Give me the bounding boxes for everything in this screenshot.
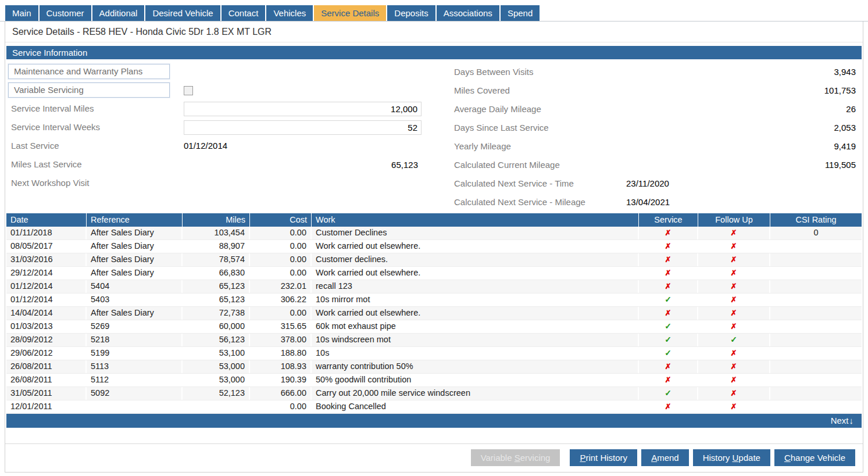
cell-reference: After Sales Diary (87, 267, 183, 280)
check-icon: ✓ (665, 348, 671, 357)
arrow-down-icon: ↓ (849, 414, 854, 428)
cross-icon: ✗ (731, 255, 737, 264)
cell-cost: 108.93 (250, 360, 312, 373)
table-row[interactable]: 01/03/2013526960,000315.6560k mot exhaus… (6, 320, 862, 334)
calculated-current-mileage-row: Calculated Current Mileage119,505 (454, 155, 856, 174)
tab-main[interactable]: Main (5, 5, 38, 21)
miles-last-service-row: Miles Last Service 65,123 (8, 155, 431, 174)
next-workshop-visit-label: Next Workshop Visit (8, 178, 90, 188)
calculated-current-mileage-value: 119,505 (626, 160, 856, 170)
cell-csi-rating (770, 320, 862, 333)
table-row[interactable]: 08/05/2017After Sales Diary88,9070.00Wor… (6, 240, 862, 253)
change-vehicle-button[interactable]: Change Vehicle (774, 449, 855, 466)
service-interval-miles-input[interactable] (184, 102, 422, 116)
cross-icon: ✗ (665, 309, 671, 317)
table-row[interactable]: 29/06/2012519953,100188.8010s✓✗ (6, 347, 862, 360)
cell-work: 50% goodwill contribution (312, 374, 639, 386)
cross-icon: ✗ (731, 322, 737, 331)
cell-follow-up: ✗ (698, 253, 770, 266)
cell-csi-rating (770, 253, 862, 266)
maintenance-plans-row: Maintenance and Warranty Plans (8, 62, 431, 81)
history-update-button[interactable]: History Update (693, 449, 770, 466)
cell-reference: After Sales Diary (87, 253, 183, 266)
cross-icon: ✗ (731, 402, 737, 411)
variable-servicing-row: Variable Servicing (8, 81, 431, 99)
table-row[interactable]: 26/08/2011511353,000108.93warranty contr… (6, 360, 862, 374)
table-row[interactable]: 31/03/2016After Sales Diary78,5740.00Cus… (6, 253, 862, 267)
cell-work: warranty contribution 50% (312, 360, 639, 373)
column-header-reference[interactable]: Reference (87, 213, 183, 227)
days-since-last-service-row: Days Since Last Service2,053 (454, 118, 856, 137)
page-title: Service Details - RE58 HEV - Honda Civic… (5, 22, 863, 42)
column-header-csi-rating[interactable]: CSI Rating (770, 213, 862, 227)
cell-csi-rating (770, 334, 862, 346)
cell-date: 26/08/2011 (6, 360, 87, 373)
tab-contact[interactable]: Contact (222, 5, 266, 21)
cell-miles: 53,000 (183, 360, 250, 373)
table-row[interactable]: 01/12/2014540365,123306.2210s mirror mot… (6, 294, 862, 307)
variable-servicing-button[interactable]: Variable Servicing (8, 83, 170, 98)
check-icon: ✓ (730, 335, 737, 344)
next-page-button[interactable]: Next ↓ (6, 414, 862, 428)
table-row[interactable]: 28/09/2012521856,123378.0010s windscreen… (6, 334, 862, 347)
table-row[interactable]: 29/12/2014After Sales Diary66,8300.00Wor… (6, 267, 862, 280)
cell-cost: 232.01 (250, 280, 312, 293)
table-row[interactable]: 01/11/2018After Sales Diary103,4540.00Cu… (6, 227, 862, 240)
cell-follow-up: ✗ (698, 320, 770, 333)
cell-service: ✓ (639, 347, 698, 360)
tab-spend[interactable]: Spend (501, 5, 540, 21)
cell-work: Carry out 20,000 mile service windscreen (312, 387, 639, 400)
table-row[interactable]: 01/12/2014540465,123232.01recall 123✗✗ (6, 280, 862, 294)
column-header-follow-up[interactable]: Follow Up (698, 213, 770, 227)
cell-work: 10s (312, 347, 639, 360)
cell-cost: 666.00 (250, 387, 312, 400)
amend-button[interactable]: Amend (641, 449, 689, 466)
cell-service: ✗ (639, 240, 698, 253)
cell-follow-up: ✗ (698, 280, 770, 293)
yearly-mileage-label: Yearly Mileage (454, 141, 626, 151)
last-service-value: 01/12/2014 (184, 141, 227, 151)
last-service-label: Last Service (8, 141, 59, 151)
cross-icon: ✗ (731, 295, 737, 304)
form-right-column: Days Between Visits3,943Miles Covered101… (431, 62, 863, 211)
cell-follow-up: ✗ (698, 374, 770, 386)
column-header-miles[interactable]: Miles (183, 213, 250, 227)
tab-associations[interactable]: Associations (437, 5, 499, 21)
tab-desired-vehicle[interactable]: Desired Vehicle (145, 5, 220, 21)
table-row[interactable]: 12/01/20110.00Booking Cancelled✗✗ (6, 400, 862, 414)
print-history-button[interactable]: Print History (570, 449, 637, 466)
cross-icon: ✗ (665, 228, 671, 237)
column-header-cost[interactable]: Cost (250, 213, 312, 227)
column-header-service[interactable]: Service (639, 213, 698, 227)
tab-deposits[interactable]: Deposits (387, 5, 435, 21)
tab-additional[interactable]: Additional (92, 5, 145, 21)
table-row[interactable]: 14/04/2014After Sales Diary72,7380.00Wor… (6, 307, 862, 320)
service-details-panel: Service Details - RE58 HEV - Honda Civic… (5, 22, 863, 473)
service-interval-weeks-row: Service Interval Weeks (8, 118, 431, 137)
cell-service: ✗ (639, 227, 698, 239)
cell-reference: 5269 (87, 320, 183, 333)
maintenance-warranty-plans-button[interactable]: Maintenance and Warranty Plans (8, 64, 170, 79)
cell-date: 26/08/2011 (6, 374, 87, 386)
check-icon: ✓ (665, 335, 671, 344)
tab-customer[interactable]: Customer (40, 5, 91, 21)
cell-miles: 72,738 (183, 307, 250, 320)
cell-date: 29/12/2014 (6, 267, 87, 280)
table-row[interactable]: 26/08/2011511253,000190.3950% goodwill c… (6, 374, 862, 387)
column-header-date[interactable]: Date (6, 213, 87, 227)
cell-csi-rating: 0 (770, 227, 862, 239)
service-interval-weeks-input[interactable] (184, 120, 422, 135)
check-icon: ✓ (665, 321, 671, 331)
miles-last-service-value: 65,123 (184, 160, 422, 170)
variable-servicing-checkbox[interactable] (184, 86, 193, 95)
cell-follow-up: ✗ (698, 387, 770, 400)
cross-icon: ✗ (665, 375, 671, 384)
column-header-work[interactable]: Work (312, 213, 639, 227)
table-row[interactable]: 31/05/2011509252,123666.00Carry out 20,0… (6, 387, 862, 400)
cell-work: Work carried out elsewhere. (312, 267, 639, 280)
tab-vehicles[interactable]: Vehicles (266, 5, 313, 21)
tab-service-details[interactable]: Service Details (314, 5, 386, 21)
cell-work: 10s mirror mot (312, 294, 639, 306)
cell-miles: 103,454 (183, 227, 250, 239)
cell-miles: 88,907 (183, 240, 250, 253)
